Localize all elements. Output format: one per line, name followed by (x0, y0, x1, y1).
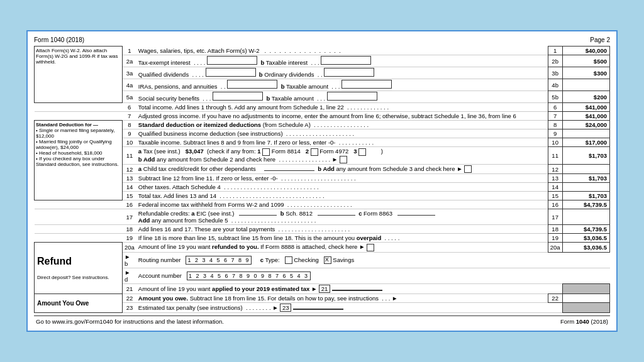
line-num-12-right: 12 (548, 165, 562, 174)
line-6-desc: Total income. Add lines 1 through 5. Add… (136, 103, 548, 112)
line-4b-input[interactable] (341, 80, 392, 89)
table-row: 19 If line 18 is more than line 15, subt… (35, 234, 610, 243)
line-3a-input[interactable] (206, 68, 256, 77)
line-17c-input[interactable] (397, 215, 435, 216)
amount-you-owe-title: Amount You Owe (37, 300, 119, 307)
footer-row: Go to www.irs.gov/Form1040 for instructi… (34, 317, 610, 326)
line-num-9-right: 9 (548, 129, 562, 138)
line-num-15: 15 (123, 192, 136, 200)
attach-label: Attach Form(s) W-2. Also attach Form(s) … (35, 47, 123, 103)
form4972-num: 4972 (335, 148, 348, 155)
line-12-amount (562, 165, 609, 174)
line-num-17-right: 17 (548, 209, 562, 225)
line-23-input[interactable] (293, 309, 343, 310)
line-num-7-right: 7 (548, 112, 562, 121)
empty-cell-19 (35, 234, 123, 243)
line-num-6-right: 6 (548, 103, 562, 112)
form-header: Form 1040 (2018) Page 2 (34, 36, 610, 43)
line-num-5b-right: 5b (548, 91, 562, 103)
line-23-gray (562, 302, 609, 312)
checking-checkbox[interactable] (285, 256, 292, 264)
line-1-amount: $40,000 (562, 47, 609, 55)
form-footer: Go to www.irs.gov/Form1040 for instructi… (34, 315, 610, 326)
line-num-19-right: 19 (548, 234, 562, 243)
line-num-16: 16 (123, 200, 136, 209)
line-num-6: 6 (123, 103, 136, 112)
line-num-14: 14 (123, 183, 136, 192)
line-17-amount (562, 209, 609, 225)
table-row: Refund Direct deposit? See instructions.… (35, 243, 610, 252)
line-num-18: 18 (123, 225, 136, 234)
line-20a-desc: Amount of line 19 you want refunded to y… (136, 243, 548, 252)
line-2a-input[interactable] (207, 56, 257, 65)
line-17b-input[interactable] (318, 215, 355, 216)
line-num-2b-right: 2b (548, 55, 562, 67)
form8814-checkbox[interactable] (262, 148, 270, 156)
sched3-checkbox[interactable] (464, 165, 472, 173)
line-19-desc: If line 18 is more than line 15, subtrac… (136, 234, 548, 243)
refund-section-label: Refund Direct deposit? See instructions. (35, 243, 123, 293)
line-num-3b-right: 3b (548, 67, 562, 79)
form8814-num: 8814 (287, 148, 301, 155)
line-6-amount: $41,000 (562, 103, 609, 112)
line-17a-input[interactable] (239, 215, 277, 216)
line-11-amount: $1,703 (562, 147, 609, 165)
table-row: 16 Federal income tax withheld from Form… (35, 200, 610, 209)
line-num-9: 9 (123, 129, 136, 138)
line-5b-input[interactable] (327, 92, 377, 101)
line-3b-input[interactable] (324, 68, 374, 77)
form8888-checkbox[interactable] (367, 244, 374, 251)
line-num-1-right: 1 (548, 47, 562, 55)
line-13-amount: $1,703 (562, 174, 609, 183)
line-9-amount (562, 129, 609, 138)
line-5a-desc: Social security benefits . . . b Taxable… (136, 91, 548, 103)
line-7-desc: Adjusted gross income. If you have no ad… (136, 112, 548, 121)
line-2b-amount: $500 (562, 55, 609, 67)
empty-cell-18 (35, 225, 123, 234)
line-20b-arrow: ► b (123, 252, 136, 268)
line-21-input[interactable] (332, 290, 382, 291)
line-num-19: 19 (123, 234, 136, 243)
line-2b-input[interactable] (321, 56, 371, 65)
amount-you-owe-label: Amount You Owe (35, 293, 123, 312)
line-12-desc: a Child tax credit/credit for other depe… (136, 165, 548, 174)
line-11a-tax-value: $3,047 (186, 148, 204, 155)
direct-deposit-label: Direct deposit? See instructions. (37, 275, 119, 280)
line-18-amount: $4,739.5 (562, 225, 609, 234)
std-deduction-married: • Married filing jointly or Qualifying w… (36, 139, 112, 150)
form4972-checkbox[interactable] (311, 148, 318, 156)
line-14-desc: Other taxes. Attach Schedule 4 . . . . .… (136, 183, 548, 192)
line-3b-amount: $300 (562, 67, 609, 79)
std-deduction-title: Standard Deduction for — (36, 122, 98, 128)
sched2-checkbox[interactable] (340, 156, 347, 163)
line-18-desc: Add lines 16 and 17. These are your tota… (136, 225, 548, 234)
std-deduction-note: • If you checked any box under Standard … (36, 156, 119, 167)
line-5a-input[interactable] (213, 92, 263, 101)
line-3a-desc: Qualified dividends . . . . b Ordinary d… (136, 67, 548, 79)
line-16-amount: $4,739.5 (562, 200, 609, 209)
savings-checkbox[interactable] (324, 256, 331, 264)
line-23-desc: Estimated tax penalty (see instructions)… (136, 302, 548, 312)
line-8-desc: Standard deduction or itemized deduction… (136, 121, 548, 129)
table-row: Amount You Owe 22 Amount you owe. Subtra… (35, 293, 610, 302)
line-11-desc: a Tax (see inst.) $3,047 (check if any f… (136, 147, 548, 165)
refund-title: Refund (37, 256, 119, 267)
line-12a-input[interactable] (264, 170, 314, 171)
line-4a-input[interactable] (227, 80, 277, 89)
line-7-amount: $41,000 (562, 112, 609, 121)
empty-cell-21 (548, 283, 562, 293)
line-num-22: 22 (123, 293, 136, 302)
line-21-desc: Amount of line 19 you want applied to yo… (136, 283, 548, 293)
line-15-desc: Total tax. Add lines 13 and 14 . . . . .… (136, 192, 548, 200)
empty-label-cell (35, 103, 123, 112)
line-22-amount (562, 293, 609, 302)
line-21-gray (562, 283, 609, 293)
line-16-desc: Federal income tax withheld from Forms W… (136, 200, 548, 209)
line-num-8: 8 (123, 121, 136, 129)
form3-checkbox[interactable] (358, 148, 366, 156)
std-deduction-hoh: • Head of household, $18,000 (36, 150, 103, 156)
line-num-10: 10 (123, 138, 136, 147)
form-title: Form 1040 (2018) (34, 36, 84, 43)
line-num-13: 13 (123, 174, 136, 183)
line-10-amount: $17,000 (562, 138, 609, 147)
